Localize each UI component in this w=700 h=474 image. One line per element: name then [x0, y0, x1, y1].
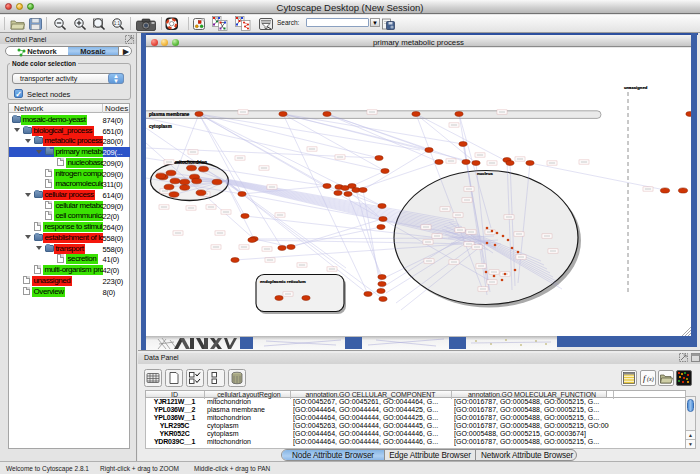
svg-text:endoplasmic reticulum: endoplasmic reticulum — [260, 279, 306, 284]
svg-text:unassigned: unassigned — [624, 85, 648, 90]
svg-text:(x): (x) — [647, 376, 654, 383]
svg-text:mitochondrion: mitochondrion — [175, 160, 207, 165]
svg-text:nucleus: nucleus — [477, 171, 493, 176]
svg-text:plasma membrane: plasma membrane — [149, 112, 190, 117]
svg-text:1:1: 1:1 — [114, 21, 121, 26]
svg-text:cytoplasm: cytoplasm — [149, 124, 172, 129]
